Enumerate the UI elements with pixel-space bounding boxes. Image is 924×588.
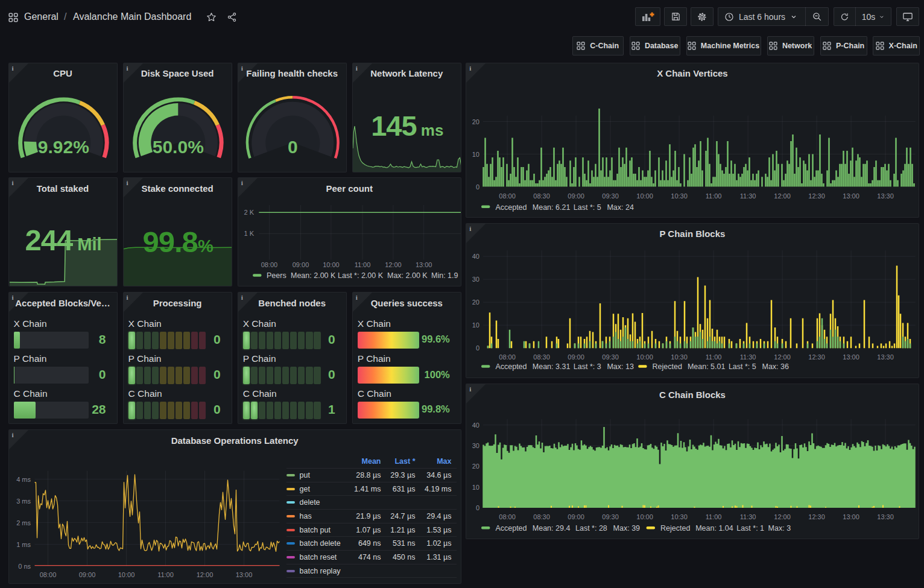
svg-text:13:00: 13:00 xyxy=(843,192,860,199)
svg-text:08:00: 08:00 xyxy=(261,261,277,268)
svg-text:Mean: 3.31: Mean: 3.31 xyxy=(533,362,571,371)
svg-text:08:00: 08:00 xyxy=(499,192,516,199)
svg-text:11:30: 11:30 xyxy=(740,192,756,199)
svg-text:10:00: 10:00 xyxy=(637,192,654,199)
svg-text:0: 0 xyxy=(476,344,479,352)
svg-text:10: 10 xyxy=(472,150,479,157)
svg-text:0: 0 xyxy=(476,504,479,511)
svg-text:10:00: 10:00 xyxy=(637,513,654,520)
svg-text:10:30: 10:30 xyxy=(671,513,688,520)
svg-text:Max: 2.00 K: Max: 2.00 K xyxy=(387,271,428,280)
svg-text:2 K: 2 K xyxy=(244,209,254,216)
svg-text:10:00: 10:00 xyxy=(323,261,340,268)
svg-text:12:30: 12:30 xyxy=(809,353,826,361)
svg-text:13:00: 13:00 xyxy=(843,353,860,361)
svg-text:20: 20 xyxy=(472,118,479,125)
svg-text:09:30: 09:30 xyxy=(603,353,619,361)
svg-text:Mean: 29.4: Mean: 29.4 xyxy=(533,524,571,533)
svg-text:Accepted: Accepted xyxy=(496,524,527,533)
svg-text:3 ms: 3 ms xyxy=(16,498,31,505)
svg-text:13:00: 13:00 xyxy=(843,513,860,520)
svg-text:10:00: 10:00 xyxy=(637,353,654,361)
svg-text:4 ms: 4 ms xyxy=(16,476,31,483)
svg-text:12:30: 12:30 xyxy=(809,513,826,520)
svg-text:12:00: 12:00 xyxy=(774,513,791,520)
svg-text:Last *: 5: Last *: 5 xyxy=(574,203,601,211)
svg-text:20: 20 xyxy=(472,299,479,306)
svg-text:10:00: 10:00 xyxy=(118,571,134,578)
svg-text:9.92%: 9.92% xyxy=(37,136,89,156)
svg-text:Accepted: Accepted xyxy=(496,362,527,371)
svg-text:13:30: 13:30 xyxy=(878,513,894,520)
svg-text:40: 40 xyxy=(472,422,479,429)
svg-text:30: 30 xyxy=(472,442,479,449)
svg-text:Mean: 1.04: Mean: 1.04 xyxy=(695,524,733,533)
svg-text:30: 30 xyxy=(472,276,479,283)
svg-text:13:00: 13:00 xyxy=(235,571,252,578)
svg-text:12:00: 12:00 xyxy=(774,353,791,361)
svg-text:13:30: 13:30 xyxy=(878,353,894,361)
svg-text:09:30: 09:30 xyxy=(603,192,619,199)
svg-text:10:30: 10:30 xyxy=(671,192,688,199)
svg-text:0: 0 xyxy=(476,183,479,190)
svg-text:08:00: 08:00 xyxy=(39,571,56,578)
svg-text:40: 40 xyxy=(472,253,479,260)
svg-text:Mean: 2.00 K: Mean: 2.00 K xyxy=(291,271,336,280)
svg-text:09:00: 09:00 xyxy=(292,261,309,268)
svg-text:11:00: 11:00 xyxy=(354,261,370,268)
svg-text:09:00: 09:00 xyxy=(568,353,585,361)
svg-text:10: 10 xyxy=(472,321,479,329)
svg-text:Max: 13: Max: 13 xyxy=(607,362,634,371)
svg-text:11:30: 11:30 xyxy=(740,513,756,520)
svg-text:Last *: 28: Last *: 28 xyxy=(575,524,607,533)
svg-text:09:00: 09:00 xyxy=(568,192,585,199)
svg-text:Peers: Peers xyxy=(267,271,286,280)
svg-text:20: 20 xyxy=(472,463,479,470)
svg-text:Max: 39: Max: 39 xyxy=(613,524,641,533)
svg-text:Max: 3: Max: 3 xyxy=(768,524,791,533)
svg-text:09:00: 09:00 xyxy=(78,571,95,578)
svg-text:11:00: 11:00 xyxy=(706,192,722,199)
svg-text:08:30: 08:30 xyxy=(534,513,551,520)
svg-text:Last *: 5: Last *: 5 xyxy=(729,362,756,371)
svg-text:11:00: 11:00 xyxy=(706,353,722,361)
svg-text:08:30: 08:30 xyxy=(534,353,551,361)
svg-text:12:00: 12:00 xyxy=(196,571,213,578)
svg-text:09:00: 09:00 xyxy=(568,513,585,520)
svg-text:11:30: 11:30 xyxy=(740,353,756,361)
svg-text:Last *: 1: Last *: 1 xyxy=(736,524,764,533)
svg-text:Rejected: Rejected xyxy=(653,362,682,371)
svg-text:12:30: 12:30 xyxy=(809,192,826,199)
svg-text:Max: 24: Max: 24 xyxy=(607,203,634,211)
svg-text:Mean: 6.21: Mean: 6.21 xyxy=(533,203,571,211)
svg-text:10: 10 xyxy=(472,484,479,491)
svg-text:0 ns: 0 ns xyxy=(18,563,31,570)
svg-text:10:30: 10:30 xyxy=(671,353,688,361)
svg-text:11:00: 11:00 xyxy=(157,571,174,578)
svg-text:50.0%: 50.0% xyxy=(152,136,203,156)
svg-text:13:00: 13:00 xyxy=(416,261,432,268)
svg-text:09:30: 09:30 xyxy=(603,513,619,520)
svg-text:Min: 1.9: Min: 1.9 xyxy=(431,271,458,280)
svg-text:Last *: 3: Last *: 3 xyxy=(574,362,601,371)
svg-text:2 ms: 2 ms xyxy=(16,519,31,526)
svg-text:0: 0 xyxy=(288,136,298,156)
svg-text:13:30: 13:30 xyxy=(878,192,894,199)
svg-text:1 ms: 1 ms xyxy=(16,541,31,548)
svg-text:08:00: 08:00 xyxy=(499,353,516,361)
svg-text:Accepted: Accepted xyxy=(496,203,527,211)
svg-text:08:00: 08:00 xyxy=(499,513,516,520)
svg-text:08:30: 08:30 xyxy=(534,192,551,199)
svg-text:1 K: 1 K xyxy=(244,230,254,238)
svg-text:Max: 36: Max: 36 xyxy=(762,362,790,371)
svg-text:12:00: 12:00 xyxy=(774,192,791,199)
svg-text:Last *: 2.00 K: Last *: 2.00 K xyxy=(338,271,384,280)
svg-text:11:00: 11:00 xyxy=(706,513,722,520)
svg-text:12:00: 12:00 xyxy=(385,261,402,268)
svg-text:Rejected: Rejected xyxy=(660,524,690,533)
svg-text:Mean: 5.01: Mean: 5.01 xyxy=(688,362,726,371)
